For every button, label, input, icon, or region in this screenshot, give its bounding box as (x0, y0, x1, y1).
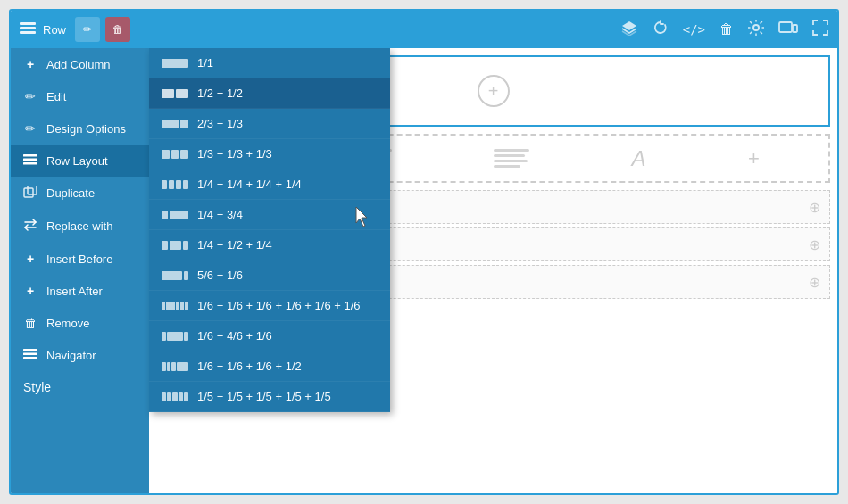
menu-remove-label: Remove (46, 317, 89, 330)
add-content-button[interactable]: + (478, 75, 510, 107)
svg-rect-5 (779, 22, 792, 32)
layout-5-6-1-6-icon (162, 271, 188, 280)
layout-1-6x6-icon (162, 302, 188, 310)
pencil-icon: ✏ (83, 23, 92, 36)
toolbar-left: Row ✏ 🗑 (20, 17, 620, 42)
layout-1-4-1-2-1-4-icon (162, 241, 188, 250)
svg-rect-1 (20, 27, 36, 29)
svg-rect-7 (23, 154, 37, 157)
layout-1-3x3-icon (162, 150, 188, 159)
edit-icon: ✏ (23, 89, 37, 103)
svg-rect-12 (23, 349, 37, 351)
expand-icon[interactable] (812, 20, 828, 39)
svg-rect-2 (20, 31, 36, 34)
menu-replace-label: Replace with (46, 219, 112, 233)
row-layout-dropdown: 1/1 1/2 + 1/2 2/3 + 1/3 1/3 + 1/ (149, 48, 390, 412)
layout-1-3x3[interactable]: 1/3 + 1/3 + 1/3 (149, 139, 390, 169)
row-grid-icon (20, 22, 36, 37)
menu-row-layout[interactable]: Row Layout (11, 145, 149, 177)
svg-rect-14 (23, 357, 37, 359)
col-placeholder-3 (494, 149, 529, 168)
layout-1-2-1-2-label: 1/2 + 1/2 (197, 87, 243, 100)
add-placeholder[interactable]: + (748, 147, 760, 170)
row-label: Row (43, 23, 66, 37)
menu-navigator-label: Navigator (46, 349, 96, 362)
layout-1-1[interactable]: 1/1 (149, 48, 390, 78)
plus-icon-content: + (488, 81, 499, 102)
layout-2-3-1-3-icon (162, 120, 188, 128)
menu-insert-after[interactable]: + Insert After (11, 275, 149, 307)
svg-rect-8 (23, 159, 37, 161)
chevron-2-icon: ⊕ (809, 236, 820, 253)
layout-1-2-1-2[interactable]: 1/2 + 1/2 (149, 78, 390, 109)
menu-design-label: Design Options (46, 122, 126, 136)
menu-duplicate[interactable]: Duplicate (11, 177, 149, 210)
svg-rect-9 (23, 162, 37, 165)
trash2-icon[interactable]: 🗑 (719, 21, 734, 37)
svg-rect-6 (793, 25, 797, 32)
layout-2-3-1-3[interactable]: 2/3 + 1/3 (149, 109, 390, 139)
code-icon[interactable]: </> (683, 22, 705, 37)
menu-remove[interactable]: 🗑 Remove (11, 307, 149, 339)
layout-1-6-1-6-1-6-1-2[interactable]: 1/6 + 1/6 + 1/6 + 1/2 (149, 351, 390, 382)
svg-rect-13 (23, 353, 37, 356)
duplicate-icon (23, 186, 37, 201)
menu-insert-before[interactable]: + Insert Before (11, 243, 149, 275)
style-label: Style (23, 380, 51, 394)
replace-icon (23, 219, 37, 234)
design-icon: ✏ (23, 121, 37, 136)
layout-1-6-4-6-1-6[interactable]: 1/6 + 4/6 + 1/6 (149, 321, 390, 351)
menu-add-column[interactable]: + Add Column (11, 48, 149, 80)
menu-row-layout-label: Row Layout (46, 154, 108, 168)
layout-1-6x6[interactable]: 1/6 + 1/6 + 1/6 + 1/6 + 1/6 + 1/6 (149, 291, 390, 321)
menu-navigator[interactable]: Navigator (11, 339, 149, 371)
layout-1-4-3-4-icon (162, 211, 188, 219)
menu-design-options[interactable]: ✏ Design Options (11, 112, 149, 145)
layout-1-4x4-icon (162, 180, 188, 189)
svg-rect-10 (24, 188, 33, 197)
layout-1-4-3-4-label: 1/4 + 3/4 (197, 208, 243, 221)
remove-icon: 🗑 (23, 316, 37, 330)
responsive-icon[interactable] (778, 20, 798, 39)
history-icon[interactable] (653, 20, 669, 39)
gear-icon[interactable] (748, 20, 764, 39)
layout-1-2-1-2-icon (162, 89, 188, 98)
trash-icon: 🗑 (112, 23, 123, 36)
layout-5-6-1-6-label: 5/6 + 1/6 (197, 269, 243, 282)
menu-insert-before-label: Insert Before (46, 252, 112, 266)
menu-replace-with[interactable]: Replace with (11, 210, 149, 243)
top-toolbar: Row ✏ 🗑 </> 🗑 (11, 11, 837, 48)
menu-insert-after-label: Insert After (46, 285, 103, 298)
layout-1-4x4[interactable]: 1/4 + 1/4 + 1/4 + 1/4 (149, 169, 390, 200)
layout-1-6-4-6-1-6-label: 1/6 + 4/6 + 1/6 (197, 329, 272, 343)
layout-1-3x3-label: 1/3 + 1/3 + 1/3 (197, 147, 272, 161)
svg-marker-3 (622, 21, 636, 30)
layout-1-1-label: 1/1 (197, 56, 213, 70)
edit-icon-btn[interactable]: ✏ (75, 17, 100, 42)
insert-after-icon: + (23, 284, 37, 298)
layout-1-5x5-label: 1/5 + 1/5 + 1/5 + 1/5 + 1/5 (197, 390, 331, 403)
layout-1-6-1-6-1-6-1-2-label: 1/6 + 1/6 + 1/6 + 1/2 (197, 359, 302, 373)
layout-1-4x4-label: 1/4 + 1/4 + 1/4 + 1/4 (197, 178, 302, 191)
svg-rect-0 (20, 22, 36, 25)
layout-1-6x6-label: 1/6 + 1/6 + 1/6 + 1/6 + 1/6 + 1/6 (197, 299, 361, 312)
layout-1-4-1-2-1-4-label: 1/4 + 1/2 + 1/4 (197, 238, 272, 252)
delete-icon-btn[interactable]: 🗑 (105, 17, 130, 42)
layout-1-6-4-6-1-6-icon (162, 332, 188, 341)
menu-add-column-label: Add Column (46, 58, 111, 71)
menu-edit[interactable]: ✏ Edit (11, 80, 149, 112)
layout-1-4-1-2-1-4[interactable]: 1/4 + 1/2 + 1/4 (149, 230, 390, 260)
text-placeholder: A (631, 146, 645, 171)
toolbar-right: </> 🗑 (620, 20, 828, 39)
layers-icon[interactable] (620, 20, 638, 39)
svg-rect-11 (28, 186, 37, 194)
chevron-1-icon: ⊕ (809, 199, 820, 216)
layout-2-3-1-3-label: 2/3 + 1/3 (197, 117, 243, 130)
layout-1-5x5[interactable]: 1/5 + 1/5 + 1/5 + 1/5 + 1/5 (149, 382, 390, 412)
chevron-3-icon: ⊕ (809, 274, 820, 291)
layout-1-4-3-4[interactable]: 1/4 + 3/4 (149, 200, 390, 230)
layout-icon (23, 153, 37, 168)
layout-5-6-1-6[interactable]: 5/6 + 1/6 (149, 260, 390, 291)
layout-1-5x5-icon (162, 392, 188, 401)
layout-1-1-icon (162, 59, 188, 68)
